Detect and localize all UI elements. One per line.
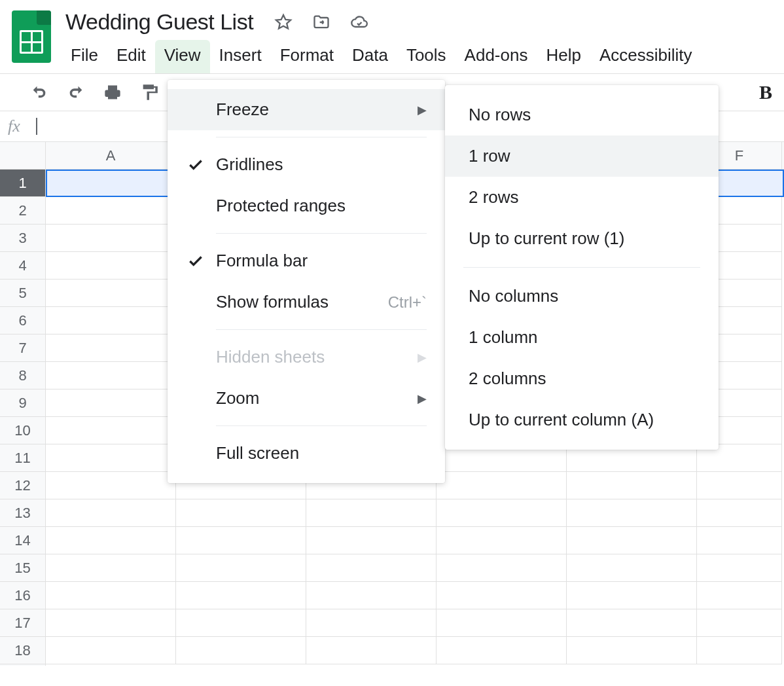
cell[interactable] [46,252,176,280]
cell[interactable] [306,527,437,554]
menu-addons[interactable]: Add-ons [455,40,537,73]
row-header[interactable]: 2 [0,197,45,225]
freeze-1-row[interactable]: 1 row [445,135,719,177]
cell[interactable] [306,499,437,527]
undo-icon[interactable] [26,79,52,105]
menu-view[interactable]: View [155,40,210,73]
cell[interactable] [697,637,782,664]
view-formula-bar[interactable]: Formula bar [168,240,445,281]
menu-help[interactable]: Help [537,40,590,73]
bold-button[interactable]: B [753,81,779,103]
cell[interactable] [437,582,567,609]
cell[interactable] [46,280,176,307]
cell[interactable] [46,334,176,362]
move-to-folder-icon[interactable] [310,10,333,34]
cell[interactable] [46,389,176,417]
cell[interactable] [46,225,176,252]
row-header[interactable]: 18 [0,637,45,664]
menu-data[interactable]: Data [343,40,397,73]
cell[interactable] [697,472,782,499]
cell[interactable] [306,637,437,664]
menu-tools[interactable]: Tools [397,40,455,73]
cell[interactable] [46,499,176,527]
row-header[interactable]: 17 [0,609,45,637]
cell[interactable] [46,472,176,499]
row-header[interactable]: 7 [0,334,45,362]
row-header[interactable]: 14 [0,527,45,554]
row-header[interactable]: 9 [0,389,45,417]
select-all-corner[interactable] [0,142,46,170]
cell[interactable] [437,609,567,637]
cell[interactable] [176,499,306,527]
cell[interactable] [697,527,782,554]
cell[interactable] [46,197,176,225]
sheets-logo-icon[interactable] [12,10,51,63]
cell[interactable] [437,554,567,582]
row-header[interactable]: 13 [0,499,45,527]
cell[interactable] [567,499,697,527]
cell[interactable] [176,582,306,609]
cell[interactable] [46,582,176,609]
row-header[interactable]: 6 [0,307,45,334]
cell[interactable] [46,307,176,334]
menu-insert[interactable]: Insert [210,40,271,73]
cell[interactable] [697,554,782,582]
row-header[interactable]: 11 [0,444,45,472]
menu-edit[interactable]: Edit [107,40,155,73]
view-protected-ranges[interactable]: Protected ranges [168,185,445,226]
star-icon[interactable] [272,10,295,34]
cell[interactable] [697,582,782,609]
cell[interactable] [46,417,176,444]
view-gridlines[interactable]: Gridlines [168,144,445,185]
cell[interactable] [437,472,567,499]
cell[interactable] [176,609,306,637]
menu-format[interactable]: Format [271,40,343,73]
cell[interactable] [306,554,437,582]
cell[interactable] [567,527,697,554]
view-full-screen[interactable]: Full screen [168,433,445,474]
view-show-formulas[interactable]: Show formulas Ctrl+` [168,281,445,323]
menu-accessibility[interactable]: Accessibility [590,40,702,73]
row-header[interactable]: 4 [0,252,45,280]
cell[interactable] [176,637,306,664]
cell[interactable] [46,609,176,637]
row-header[interactable]: 16 [0,582,45,609]
paint-format-icon[interactable] [136,79,162,105]
cloud-saved-icon[interactable] [347,10,371,34]
cell[interactable] [567,554,697,582]
cell[interactable] [46,444,176,472]
cell[interactable] [567,637,697,664]
col-header-A[interactable]: A [46,142,176,169]
print-icon[interactable] [99,79,126,105]
cell[interactable] [697,609,782,637]
redo-icon[interactable] [63,79,89,105]
cell[interactable] [176,527,306,554]
freeze-2-columns[interactable]: 2 columns [445,358,719,399]
row-header[interactable]: 5 [0,280,45,307]
row-header[interactable]: 8 [0,362,45,389]
cell[interactable] [46,554,176,582]
cell[interactable] [567,582,697,609]
cell[interactable] [567,609,697,637]
cell[interactable] [437,499,567,527]
row-header[interactable]: 3 [0,225,45,252]
row-header-1[interactable]: 1 [0,170,45,197]
cell[interactable] [437,637,567,664]
cell[interactable] [46,362,176,389]
cell[interactable] [567,472,697,499]
freeze-2-rows[interactable]: 2 rows [445,177,719,218]
menu-file[interactable]: File [62,40,107,73]
document-title[interactable]: Wedding Guest List [62,8,257,36]
freeze-1-column[interactable]: 1 column [445,317,719,358]
cell[interactable] [46,637,176,664]
cell[interactable] [176,554,306,582]
view-freeze[interactable]: Freeze ▶ [168,89,445,130]
row-header[interactable]: 12 [0,472,45,499]
cell[interactable] [437,527,567,554]
cell[interactable] [46,527,176,554]
freeze-up-to-current-column[interactable]: Up to current column (A) [445,399,719,441]
cell[interactable] [46,170,176,197]
row-header[interactable]: 10 [0,417,45,444]
cell[interactable] [697,499,782,527]
row-header[interactable]: 15 [0,554,45,582]
